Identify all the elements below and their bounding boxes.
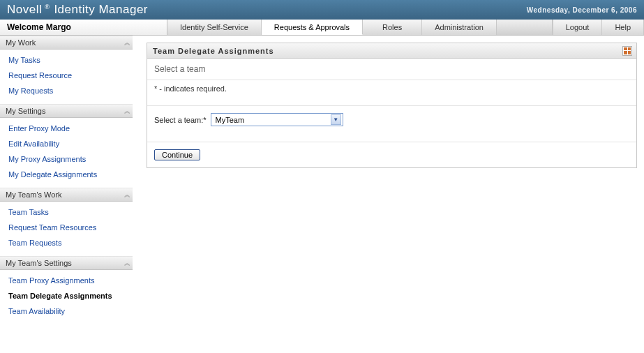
brand-company: Novell xyxy=(7,3,42,17)
collapse-icon: ︽ xyxy=(124,107,128,116)
chevron-down-icon: ▼ xyxy=(331,114,341,125)
sidebar-item-team-availability[interactable]: Team Availability xyxy=(0,303,133,319)
sidebar-item-team-tasks[interactable]: Team Tasks xyxy=(0,204,133,220)
panel-subtitle: Select a team xyxy=(147,59,636,80)
sidebar-group-my-teams-settings[interactable]: My Team's Settings ︽ xyxy=(0,256,133,270)
sidebar-item-edit-availability[interactable]: Edit Availability xyxy=(0,136,133,151)
header-date: Wednesday, December 6, 2006 xyxy=(527,6,637,14)
sidebar-item-my-delegate-assignments[interactable]: My Delegate Assignments xyxy=(0,167,133,182)
sidebar-item-team-proxy-assignments[interactable]: Team Proxy Assignments xyxy=(0,273,133,288)
tab-spacer xyxy=(497,20,553,35)
select-team-value: MyTeam xyxy=(216,116,245,124)
sidebar-item-enter-proxy-mode[interactable]: Enter Proxy Mode xyxy=(0,121,133,136)
panel-title-bar: Team Delegate Assignments xyxy=(147,43,636,59)
tab-administration[interactable]: Administration xyxy=(422,20,497,35)
tab-roles[interactable]: Roles xyxy=(363,20,422,35)
tab-self-service[interactable]: Identity Self-Service xyxy=(167,20,262,35)
sidebar-item-my-tasks[interactable]: My Tasks xyxy=(0,52,133,68)
nav-row: Welcome Margo Identity Self-Service Requ… xyxy=(0,20,644,36)
select-team-dropdown[interactable]: MyTeam ▼ xyxy=(211,113,343,126)
sidebar-group-label: My Settings xyxy=(6,107,45,115)
tab-help[interactable]: Help xyxy=(602,20,644,35)
brand-bar: Novell ® Identity Manager Wednesday, Dec… xyxy=(0,0,644,20)
sidebar-group-my-work[interactable]: My Work ︽ xyxy=(0,36,133,50)
select-team-label: Select a team:* xyxy=(154,116,207,124)
sidebar-item-team-requests[interactable]: Team Requests xyxy=(0,235,133,250)
collapse-icon: ︽ xyxy=(124,38,128,47)
continue-button[interactable]: Continue xyxy=(154,149,200,160)
main-area: Team Delegate Assignments Select a team … xyxy=(133,36,644,353)
sidebar-item-request-resource[interactable]: Request Resource xyxy=(0,68,133,83)
sidebar-item-request-team-resources[interactable]: Request Team Resources xyxy=(0,220,133,235)
collapse-icon: ︽ xyxy=(124,190,128,200)
sidebar-group-my-teams-work[interactable]: My Team's Work ︽ xyxy=(0,188,133,202)
required-note: * - indicates required. xyxy=(147,80,636,105)
brand-reg: ® xyxy=(45,3,50,10)
form-row-select-team: Select a team:* MyTeam ▼ xyxy=(147,105,636,142)
sidebar: My Work ︽ My Tasks Request Resource My R… xyxy=(0,36,133,353)
sidebar-group-label: My Team's Work xyxy=(6,190,62,199)
tab-requests-approvals[interactable]: Requests & Approvals xyxy=(262,20,363,35)
grid-icon[interactable] xyxy=(622,46,632,56)
sidebar-group-label: My Work xyxy=(6,38,36,47)
welcome-text: Welcome Margo xyxy=(0,20,167,35)
panel: Team Delegate Assignments Select a team … xyxy=(147,43,637,168)
sidebar-group-label: My Team's Settings xyxy=(6,259,72,267)
collapse-icon: ︽ xyxy=(124,259,128,268)
sidebar-item-team-delegate-assignments[interactable]: Team Delegate Assignments xyxy=(0,288,133,303)
brand-product: Identity Manager xyxy=(54,3,148,17)
tab-logout[interactable]: Logout xyxy=(553,20,603,35)
panel-title-text: Team Delegate Assignments xyxy=(153,47,274,55)
sidebar-item-my-requests[interactable]: My Requests xyxy=(0,83,133,98)
tab-bar: Identity Self-Service Requests & Approva… xyxy=(167,20,644,35)
sidebar-group-my-settings[interactable]: My Settings ︽ xyxy=(0,104,133,118)
sidebar-item-my-proxy-assignments[interactable]: My Proxy Assignments xyxy=(0,151,133,167)
